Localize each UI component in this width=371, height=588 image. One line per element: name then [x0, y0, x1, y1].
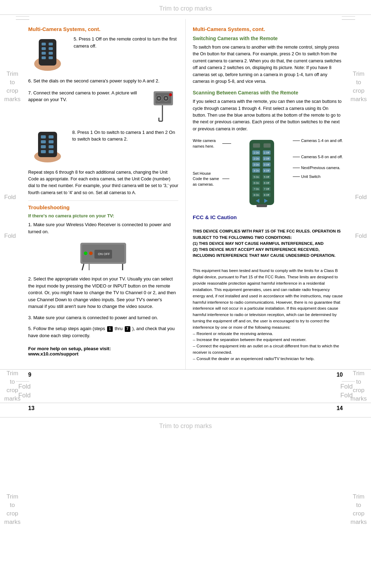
step6-item: 6. Set the dials on the second camera's … [28, 78, 178, 85]
svg-rect-29 [49, 150, 54, 153]
svg-text:2 Off: 2 Off [264, 157, 269, 160]
svg-text:ON  OFF: ON OFF [98, 252, 110, 256]
svg-text:7 Off: 7 Off [264, 188, 269, 190]
svg-text:7 On: 7 On [254, 188, 259, 190]
label-write-camera: Write camera names here. [193, 138, 231, 149]
svg-line-36 [82, 264, 84, 270]
ts-step5: 5. Follow the setup steps again (steps 1… [28, 325, 178, 339]
marks-label-left-top: marks [4, 96, 20, 103]
svg-rect-7 [49, 52, 53, 55]
remote-diagram-center: 1 On 1 Off 2 On 2 Off 3 On 3 Off 4 On [234, 138, 290, 209]
marks-label-right-top: marks [351, 96, 367, 103]
svg-text:6 On: 6 On [254, 182, 259, 184]
svg-rect-27 [49, 145, 54, 148]
svg-rect-25 [49, 140, 54, 143]
fold-label-top-right [342, 16, 355, 17]
svg-rect-76 [256, 204, 267, 207]
camera-diagram: Write camera names here. Set House Code … [193, 138, 343, 209]
ts-step2: 2. Select the appropriate video input on… [28, 276, 178, 310]
fcc-section: FCC & IC Caution THIS DEVICE COMPLIES WI… [193, 214, 343, 362]
label-nextprev: Next/Previous camera. [293, 165, 343, 171]
label-unitswitch: Unit Switch [293, 174, 343, 179]
fold-label-left-mid: Fold [4, 194, 16, 201]
page-number-left: 9 [28, 372, 31, 378]
diagram-labels-right: Cameras 1-4 on and off. Cameras 5-8 on a… [293, 138, 343, 180]
to-label-right-top: to [356, 79, 361, 86]
fold-label-top-left [16, 16, 29, 17]
switching-title: Switching Cameras with the Remote [193, 36, 343, 41]
step-badge-7: 7 [125, 326, 130, 332]
svg-rect-3 [49, 43, 53, 45]
svg-text:8 Off: 8 Off [264, 194, 269, 196]
more-help: For more help on setup, please visit: Fo… [28, 346, 178, 357]
svg-rect-4 [42, 47, 46, 50]
fold-label-right-mid: Fold [355, 194, 367, 201]
svg-text:1 Off: 1 Off [264, 151, 269, 154]
scanning-text: If you select a camera with the remote, … [193, 98, 343, 132]
step5-text: 5. Press 1 Off on the remote control to … [74, 36, 178, 49]
trim-label-right-top: Trim [353, 70, 364, 78]
repeat-text: Repeat steps 6 through 8 for each additi… [28, 169, 178, 197]
ts-step3: 3. Make sure your camera is connected to… [28, 314, 178, 321]
svg-text:1 On: 1 On [254, 151, 259, 154]
page-number-left2: 13 [28, 405, 35, 411]
crop-label-left-top: crop [7, 87, 18, 94]
svg-text:4 On: 4 On [254, 169, 259, 172]
crop-mark-top: Trim to crop marks [0, 0, 371, 15]
switching-text: To switch from one camera to another wit… [193, 44, 343, 85]
page-number-right2: 14 [336, 405, 343, 411]
crop-mark-bottom: Trim to crop marks [0, 417, 371, 435]
troubleshooting-subtitle: If there's no camera picture on your TV: [28, 213, 178, 218]
trim-label-left-bot: Trim [6, 370, 18, 377]
right-section-title: Multi-Camera Systems, cont. [193, 26, 343, 32]
scanning-title: Scanning Between Cameras with the Remote [193, 90, 343, 95]
svg-rect-41 [264, 143, 271, 148]
trim-label-left-bot2: Trim [6, 493, 18, 500]
svg-point-16 [169, 93, 172, 96]
fcc-body-text: This equipment has been tested and found… [193, 262, 343, 362]
svg-text:3 On: 3 On [254, 163, 259, 166]
step8-remote-image [28, 129, 69, 163]
left-section-title: Multi-Camera Systems, cont. [28, 26, 178, 32]
svg-rect-9 [49, 56, 53, 59]
fcc-title: FCC & IC Caution [193, 214, 343, 220]
step8-text: 8. Press 1 On to switch to camera 1 and … [72, 129, 178, 143]
svg-text:3 Off: 3 Off [264, 163, 269, 166]
ts-step1: 1. Make sure your Wireless Video Receive… [28, 221, 178, 235]
svg-rect-26 [41, 145, 46, 148]
troubleshooting-title: Troubleshooting [28, 204, 178, 210]
svg-text:6 Off: 6 Off [264, 182, 269, 184]
svg-rect-22 [41, 135, 46, 138]
svg-text:2 On: 2 On [254, 157, 259, 160]
label-cam58: Cameras 5-8 on and off. [293, 154, 343, 160]
to-label-left-top: to [10, 79, 15, 86]
svg-rect-5 [49, 47, 53, 50]
label-set-house: Set House Code the same as cameras. [193, 171, 231, 187]
fcc-caps-text: THIS DEVICE COMPLIES WITH PART 15 OF THE… [193, 222, 343, 259]
receiver-image: ON OFF [28, 239, 178, 272]
step7-text: 7. Connect the second camera to power. A… [28, 89, 143, 103]
label-cam14: Cameras 1-4 on and off. [293, 138, 343, 143]
svg-point-34 [84, 252, 87, 255]
svg-point-15 [165, 97, 167, 99]
svg-rect-2 [42, 43, 46, 45]
trim-label-right-bot2: Trim [353, 493, 364, 500]
marks-label-left-bot: marks [4, 395, 20, 402]
marks-label-right-bot: marks [351, 395, 367, 402]
step7-power-image [147, 89, 178, 124]
svg-text:5 Off: 5 Off [264, 176, 269, 178]
diagram-labels-left: Write camera names here. Set House Code … [193, 138, 231, 187]
svg-point-13 [158, 97, 160, 99]
svg-rect-24 [41, 140, 46, 143]
svg-text:8 On: 8 On [254, 194, 259, 196]
trim-label-right-bot: Trim [353, 370, 364, 377]
troubleshooting-section: Troubleshooting If there's no camera pic… [28, 204, 178, 357]
crop-label-left-bot: crop [7, 387, 18, 394]
step5-remote-image [28, 36, 69, 72]
crop-label-right-bot: crop [353, 387, 364, 394]
svg-rect-8 [42, 56, 46, 59]
trim-label-left-top: Trim [6, 70, 18, 78]
crop-label-right-top: crop [353, 87, 364, 94]
fold-label-right-mid2: Fold [355, 233, 367, 240]
page-number-right: 10 [336, 372, 343, 378]
